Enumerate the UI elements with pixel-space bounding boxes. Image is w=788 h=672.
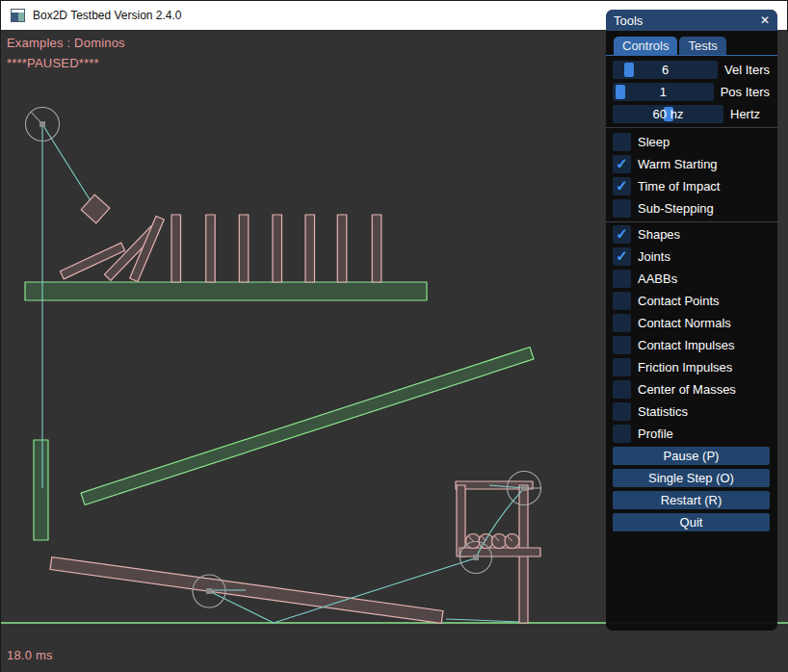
checkbox-profile[interactable]: Profile bbox=[613, 425, 770, 443]
static-post bbox=[34, 440, 48, 540]
single-step-button[interactable]: Single Step (O) bbox=[613, 469, 770, 487]
paused-label: ****PAUSED**** bbox=[7, 56, 99, 70]
checkbox-statistics[interactable]: Statistics bbox=[613, 402, 770, 421]
seesaw-plank[interactable] bbox=[50, 557, 443, 624]
restart-button[interactable]: Restart (R) bbox=[613, 491, 770, 509]
example-label: Examples : Dominos bbox=[7, 36, 125, 50]
frame-shelf[interactable] bbox=[460, 548, 540, 556]
app-icon bbox=[11, 9, 25, 22]
domino[interactable] bbox=[305, 215, 315, 282]
separator bbox=[606, 221, 777, 222]
domino-platform bbox=[25, 282, 427, 300]
checkbox-center-of-masses[interactable]: Center of Masses bbox=[613, 380, 770, 399]
slider-row-pos-iters: 1 Pos Iters bbox=[613, 83, 770, 101]
body-origin-marker bbox=[206, 588, 212, 594]
checkbox-contact-normals[interactable]: Contact Normals bbox=[613, 314, 770, 332]
ball-group[interactable] bbox=[466, 534, 520, 549]
tab-tests[interactable]: Tests bbox=[679, 37, 725, 55]
checkbox-box[interactable] bbox=[613, 270, 631, 288]
joint-line bbox=[446, 619, 521, 622]
pendulum-box[interactable] bbox=[81, 194, 110, 223]
domino[interactable] bbox=[337, 215, 347, 282]
checkbox-box[interactable] bbox=[613, 336, 631, 354]
checkbox-box[interactable]: ✓ bbox=[613, 247, 631, 266]
checkbox-box[interactable] bbox=[613, 358, 631, 376]
checkbox-warm-starting[interactable]: ✓ Warm Starting bbox=[613, 155, 770, 173]
tab-bar: Controls Tests bbox=[606, 31, 777, 56]
domino[interactable] bbox=[171, 215, 181, 282]
slider-row-hertz: 60 hz Hertz bbox=[613, 105, 770, 123]
domino[interactable] bbox=[206, 215, 216, 282]
slider-label: Hertz bbox=[730, 107, 760, 121]
checkbox-contact-impulses[interactable]: Contact Impulses bbox=[613, 336, 770, 354]
quit-button[interactable]: Quit bbox=[613, 513, 770, 531]
checkbox-box[interactable] bbox=[613, 402, 631, 421]
checkbox-contact-points[interactable]: Contact Points bbox=[613, 292, 770, 310]
body-origin-marker bbox=[521, 485, 527, 491]
checkbox-box[interactable] bbox=[613, 380, 631, 399]
slider-label: Vel Iters bbox=[724, 63, 770, 77]
checkbox-aabbs[interactable]: AABBs bbox=[613, 270, 770, 288]
checkbox-box[interactable] bbox=[613, 314, 631, 332]
joint-line bbox=[42, 124, 94, 207]
checkbox-shapes[interactable]: ✓ Shapes bbox=[613, 225, 770, 244]
panel-title: Tools bbox=[614, 13, 643, 28]
vel-iters-slider[interactable]: 6 bbox=[613, 61, 718, 79]
checkbox-box[interactable] bbox=[613, 425, 631, 443]
checkbox-box[interactable]: ✓ bbox=[613, 177, 631, 195]
tools-panel-header[interactable]: Tools ✕ bbox=[606, 10, 777, 31]
pause-button[interactable]: Pause (P) bbox=[613, 447, 770, 465]
domino[interactable] bbox=[239, 215, 248, 282]
domino[interactable] bbox=[273, 215, 282, 282]
checkbox-box[interactable] bbox=[613, 199, 631, 218]
checkbox-box[interactable] bbox=[613, 133, 631, 151]
body-origin-marker bbox=[473, 555, 479, 560]
checkbox-sub-stepping[interactable]: Sub-Stepping bbox=[613, 199, 770, 218]
tools-panel: Tools ✕ Controls Tests 6 Vel Iters 1 P bbox=[606, 10, 777, 631]
window-title: Box2D Testbed Version 2.4.0 bbox=[33, 9, 182, 22]
checkbox-box[interactable]: ✓ bbox=[613, 225, 631, 244]
frame-time-label: 18.0 ms bbox=[7, 648, 53, 662]
app-window: Box2D Testbed Version 2.4.0 − ✕ bbox=[0, 0, 788, 672]
frame-left-post[interactable] bbox=[457, 485, 465, 556]
body-origin-marker bbox=[39, 121, 45, 127]
panel-close-icon[interactable]: ✕ bbox=[760, 13, 770, 27]
domino[interactable] bbox=[372, 215, 381, 282]
checkbox-sleep[interactable]: Sleep bbox=[613, 133, 770, 151]
checkbox-time-of-impact[interactable]: ✓ Time of Impact bbox=[613, 177, 770, 195]
tab-controls[interactable]: Controls bbox=[614, 37, 677, 55]
slider-row-vel-iters: 6 Vel Iters bbox=[613, 61, 770, 79]
checkbox-box[interactable] bbox=[613, 292, 631, 310]
hertz-slider[interactable]: 60 hz bbox=[613, 105, 723, 123]
checkbox-friction-impulses[interactable]: Friction Impulses bbox=[613, 358, 770, 376]
pos-iters-slider[interactable]: 1 bbox=[613, 83, 714, 101]
checkbox-box[interactable]: ✓ bbox=[613, 155, 631, 173]
separator bbox=[606, 127, 777, 128]
checkbox-joints[interactable]: ✓ Joints bbox=[613, 247, 770, 266]
slider-label: Pos Iters bbox=[721, 85, 770, 99]
